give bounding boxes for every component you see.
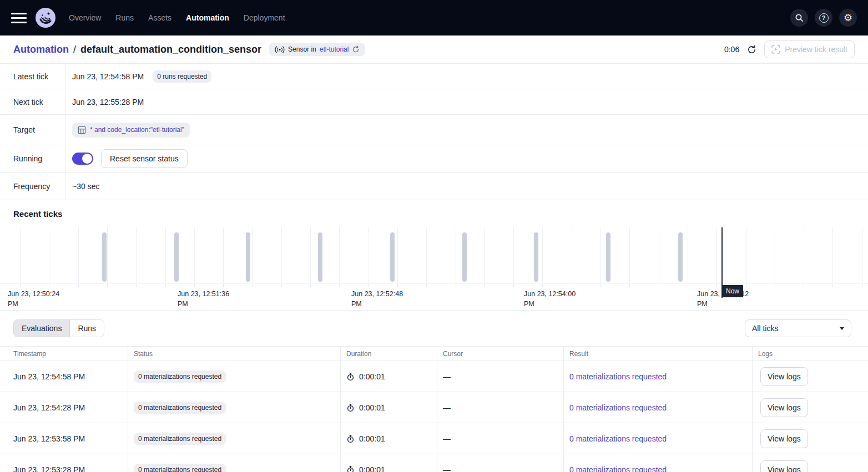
nav-item-overview[interactable]: Overview [69, 13, 101, 22]
col-header-logs: Logs [752, 347, 868, 361]
tick-bar[interactable] [534, 232, 538, 282]
nav-item-automation[interactable]: Automation [186, 13, 229, 22]
code-location-link[interactable]: etl-tutorial [320, 45, 349, 53]
top-navbar: Overview Runs Assets Automation Deployme… [0, 0, 868, 35]
result-link[interactable]: 0 materializations requested [569, 403, 667, 412]
view-logs-button[interactable]: View logs [760, 429, 808, 448]
result-link[interactable]: 0 materializations requested [569, 372, 667, 381]
tick-bar[interactable] [606, 232, 610, 282]
tick-bar[interactable] [678, 232, 683, 282]
tab-runs[interactable]: Runs [69, 320, 104, 337]
running-toggle[interactable] [72, 153, 93, 165]
latest-tick-status-badge: 0 runs requested [153, 70, 211, 83]
cell-timestamp: Jun 23, 12:54:58 PM [0, 361, 128, 392]
help-button[interactable]: ? [815, 9, 832, 27]
breadcrumb-automation-link[interactable]: Automation [13, 44, 69, 55]
recent-ticks-chart [0, 227, 868, 283]
view-logs-button[interactable]: View logs [760, 398, 808, 417]
view-logs-button[interactable]: View logs [760, 367, 808, 386]
cell-duration: 0:00:01 [359, 465, 385, 472]
sensor-icon [275, 46, 285, 53]
running-row: Running Reset sensor status [0, 145, 868, 172]
status-badge: 0 materializations requested [134, 433, 226, 445]
settings-button[interactable]: ⚙ [839, 9, 857, 27]
next-tick-row: Next tick Jun 23, 12:55:28 PM [0, 89, 868, 115]
stopwatch-icon [346, 465, 355, 472]
cell-cursor: — [437, 423, 563, 454]
tick-bar[interactable] [390, 232, 395, 282]
col-header-duration: Duration [340, 347, 437, 361]
col-header-result: Result [563, 347, 752, 361]
timeline-axis-label: Jun 23, 12:54:00PM [524, 289, 576, 309]
ticks-table-header: Timestamp Status Duration Cursor Result … [0, 346, 868, 361]
asset-table-icon [78, 126, 86, 134]
target-selection-link[interactable]: * and code_location:"etl-tutorial" [72, 123, 190, 138]
cell-duration: 0:00:01 [359, 372, 385, 381]
tick-bar[interactable] [462, 232, 467, 282]
tick-filter-dropdown[interactable]: All ticks [745, 319, 851, 337]
settings-icon: ⚙ [844, 13, 852, 23]
page-header: Automation / default_automation_conditio… [0, 35, 868, 64]
latest-tick-time: Jun 23, 12:54:58 PM [72, 72, 144, 81]
table-row: Jun 23, 12:53:28 PM 0 materializations r… [0, 454, 868, 472]
col-header-status: Status [128, 347, 340, 361]
result-link[interactable]: 0 materializations requested [569, 434, 667, 443]
dagster-logo-icon[interactable] [36, 8, 55, 28]
cell-duration: 0:00:01 [359, 403, 385, 412]
cell-duration: 0:00:01 [359, 434, 385, 443]
cell-cursor: — [437, 392, 563, 423]
primary-nav: Overview Runs Assets Automation Deployme… [69, 13, 285, 22]
chevron-down-icon [840, 327, 844, 330]
nav-item-assets[interactable]: Assets [148, 13, 171, 22]
timeline-axis-label: Jun 23, 12:50:24PM [8, 289, 59, 309]
menu-icon[interactable] [11, 13, 27, 23]
nav-item-runs[interactable]: Runs [115, 13, 134, 22]
sensor-badge-text: Sensor in [288, 45, 316, 53]
refresh-icon[interactable] [747, 45, 756, 54]
status-badge: 0 materializations requested [134, 402, 226, 414]
now-badge: Now [722, 285, 743, 297]
sensor-details: Latest tick Jun 23, 12:54:58 PM 0 runs r… [0, 64, 868, 200]
recent-ticks-timeline: Now Jun 23, 12:50:24PMJun 23, 12:51:36PM… [0, 227, 868, 311]
reset-sensor-status-button[interactable]: Reset sensor status [101, 149, 188, 168]
stopwatch-icon [346, 403, 355, 412]
timeline-axis-label: Jun 23, 12:52:48PM [351, 289, 403, 309]
frequency-value: ~30 sec [72, 182, 99, 191]
ticks-table-body: Jun 23, 12:54:58 PM 0 materializations r… [0, 361, 868, 472]
preview-tick-result-button[interactable]: Preview tick result [764, 40, 855, 58]
sensor-location-badge: Sensor in etl-tutorial [269, 43, 365, 56]
tick-bar[interactable] [318, 232, 322, 282]
status-badge: 0 materializations requested [134, 371, 226, 383]
result-link[interactable]: 0 materializations requested [569, 465, 667, 472]
tab-evaluations[interactable]: Evaluations [14, 320, 69, 337]
cell-cursor: — [437, 454, 563, 472]
table-row: Jun 23, 12:53:58 PM 0 materializations r… [0, 423, 868, 454]
ticks-toolbar: Evaluations Runs All ticks [0, 311, 868, 346]
running-label: Running [0, 145, 65, 172]
tick-bar[interactable] [174, 232, 179, 282]
tick-bar[interactable] [246, 232, 250, 282]
stopwatch-icon [346, 372, 355, 381]
next-tick-time: Jun 23, 12:55:28 PM [72, 98, 144, 106]
cell-timestamp: Jun 23, 12:53:58 PM [0, 423, 128, 454]
view-segmented-control: Evaluations Runs [13, 319, 104, 337]
preview-scan-icon [771, 45, 780, 54]
view-logs-button[interactable]: View logs [760, 460, 808, 472]
cell-timestamp: Jun 23, 12:53:28 PM [0, 454, 128, 472]
latest-tick-label: Latest tick [0, 64, 65, 89]
col-header-timestamp: Timestamp [0, 347, 128, 361]
nav-item-deployment[interactable]: Deployment [244, 13, 285, 22]
next-tick-label: Next tick [0, 89, 65, 114]
timeline-axis-label: Jun 23, 12:51:36PM [178, 289, 229, 309]
cell-cursor: — [437, 361, 563, 392]
stopwatch-icon [346, 434, 355, 443]
refresh-countdown: 0:06 [724, 45, 739, 54]
latest-tick-row: Latest tick Jun 23, 12:54:58 PM 0 runs r… [0, 64, 868, 89]
search-button[interactable] [790, 9, 808, 27]
cell-timestamp: Jun 23, 12:54:28 PM [0, 392, 128, 423]
table-row: Jun 23, 12:54:28 PM 0 materializations r… [0, 392, 868, 423]
tick-bar[interactable] [102, 232, 107, 282]
recent-ticks-heading: Recent ticks [0, 200, 868, 227]
search-icon [795, 13, 804, 22]
table-row: Jun 23, 12:54:58 PM 0 materializations r… [0, 361, 868, 392]
